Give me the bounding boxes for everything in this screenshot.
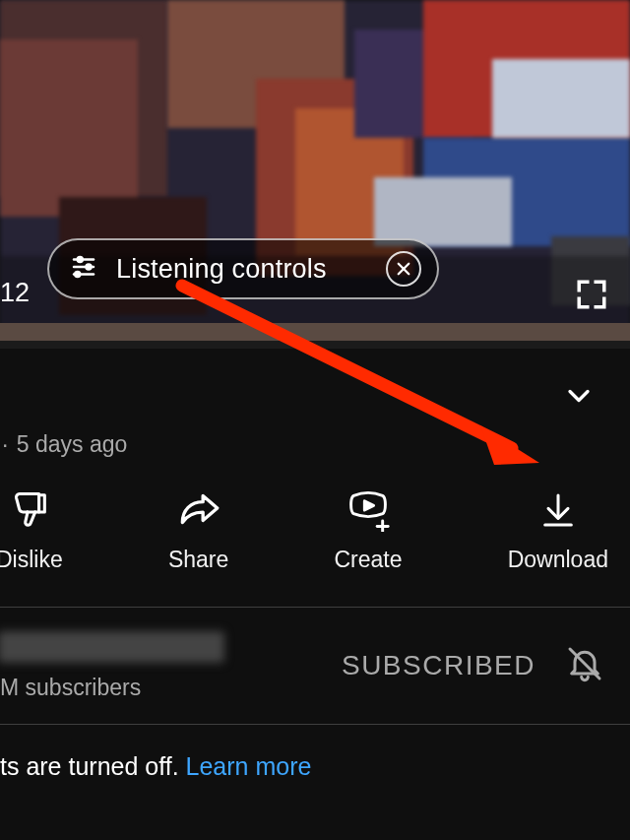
svg-point-5 xyxy=(75,272,80,277)
video-age: 5 days ago xyxy=(17,431,128,457)
learn-more-link[interactable]: Learn more xyxy=(186,752,312,780)
create-icon xyxy=(345,489,392,531)
listening-controls-label: Listening controls xyxy=(116,254,327,285)
download-icon xyxy=(538,489,578,531)
download-label: Download xyxy=(508,547,608,573)
close-icon[interactable] xyxy=(386,251,421,287)
comments-off-text: ts are turned off. xyxy=(0,752,186,780)
action-bar: Dislike Share xyxy=(0,489,630,607)
player-bezel-shadow xyxy=(0,341,630,349)
dislike-button[interactable]: Dislike xyxy=(0,489,63,573)
create-button[interactable]: Create xyxy=(334,489,402,573)
dislike-label: Dislike xyxy=(0,547,63,573)
download-button[interactable]: Download xyxy=(508,489,608,573)
player-time-fragment: 12 xyxy=(0,278,30,308)
share-button[interactable]: Share xyxy=(168,489,228,573)
comments-off-row: ts are turned off. Learn more xyxy=(0,725,630,781)
listening-controls-pill[interactable]: Listening controls xyxy=(47,238,439,299)
player-bezel xyxy=(0,323,630,341)
bell-off-icon[interactable] xyxy=(565,644,604,687)
sliders-icon xyxy=(69,252,98,286)
subscribed-label[interactable]: SUBSCRIBED xyxy=(342,650,536,681)
subscriber-count-fragment: M subscribers xyxy=(0,675,224,701)
create-label: Create xyxy=(334,547,402,573)
svg-point-3 xyxy=(78,257,83,262)
chevron-down-icon[interactable] xyxy=(561,378,597,418)
share-label: Share xyxy=(168,547,228,573)
thumbs-down-icon xyxy=(7,489,52,531)
fullscreen-icon[interactable] xyxy=(575,278,608,315)
svg-point-4 xyxy=(87,265,92,270)
channel-name-blurred xyxy=(0,631,224,663)
video-player[interactable]: Listening controls 12 xyxy=(0,0,630,341)
channel-row[interactable]: M subscribers SUBSCRIBED xyxy=(0,608,630,724)
share-icon xyxy=(174,489,223,531)
video-meta: · 5 days ago xyxy=(0,425,630,489)
